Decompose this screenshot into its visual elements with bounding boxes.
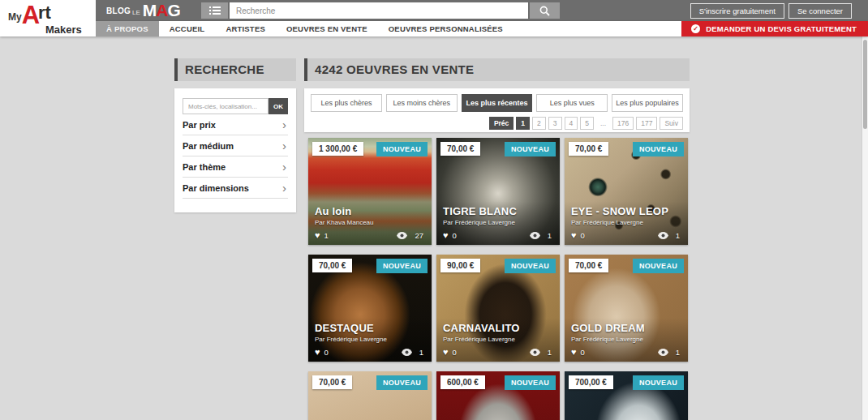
artwork-title: CARNAVALITO bbox=[443, 322, 553, 334]
nav-item-artistes[interactable]: ARTISTES bbox=[215, 21, 276, 36]
views-count: 27 bbox=[415, 231, 423, 240]
ok-button[interactable]: OK bbox=[269, 98, 288, 114]
page-4[interactable]: 4 bbox=[565, 117, 578, 130]
nav-item-a-propos[interactable]: À PROPOS bbox=[96, 21, 159, 36]
likes-count: 0 bbox=[324, 348, 329, 357]
views: 1 bbox=[530, 348, 552, 357]
artwork-artist[interactable]: Par Khava Manceau bbox=[315, 219, 425, 226]
artwork-artist[interactable]: Par Frédérique Lavergne bbox=[443, 336, 553, 343]
sort-plus-populaires[interactable]: Les plus populaires bbox=[612, 94, 683, 112]
search-input[interactable] bbox=[230, 2, 528, 19]
artwork-artist[interactable]: Par Frédérique Lavergne bbox=[315, 336, 425, 343]
likes[interactable]: ♥1 bbox=[315, 231, 329, 240]
likes[interactable]: ♥0 bbox=[571, 231, 585, 240]
page-5[interactable]: 5 bbox=[580, 117, 594, 130]
artwork-card[interactable]: 70,00 € NOUVEAU TIGRE BLANC Par Frédériq… bbox=[436, 138, 560, 245]
scrollbar[interactable] bbox=[862, 36, 868, 420]
filter-par-dimensions[interactable]: Par dimensions › bbox=[183, 178, 288, 199]
page-177[interactable]: 177 bbox=[636, 117, 657, 130]
filter-par-medium[interactable]: Par médium › bbox=[183, 135, 288, 156]
devis-label: DEMANDER UN DEVIS GRATUITEMENT bbox=[706, 24, 857, 33]
artwork-card[interactable]: 70,00 € NOUVEAU GOLD DREAM Par Frédériqu… bbox=[565, 255, 688, 362]
artwork-card[interactable]: 70,00 € NOUVEAU EYE - SNOW LEOP Par Fréd… bbox=[565, 138, 688, 245]
artwork-card[interactable]: 90,00 € NOUVEAU CARNAVALITO Par Frédériq… bbox=[436, 255, 560, 362]
card-stats: ♥0 1 bbox=[443, 348, 553, 357]
chevron-right-icon: › bbox=[282, 118, 286, 131]
filter-par-prix[interactable]: Par prix › bbox=[183, 114, 288, 135]
price-tag: 600,00 € bbox=[440, 375, 485, 389]
artwork-artist[interactable]: Par Frédérique Lavergne bbox=[571, 219, 681, 226]
check-circle-icon: ✓ bbox=[691, 24, 700, 33]
sort-moins-cheres[interactable]: Les moins chères bbox=[386, 94, 458, 112]
filter-label: Par médium bbox=[183, 141, 234, 151]
card-stats: ♥0 1 bbox=[571, 231, 681, 240]
new-badge: NOUVEAU bbox=[505, 259, 556, 273]
filter-label: Par dimensions bbox=[183, 183, 249, 193]
artwork-card[interactable]: 700,00 € NOUVEAU bbox=[565, 371, 688, 420]
eye-icon bbox=[530, 349, 540, 356]
views: 1 bbox=[658, 348, 680, 357]
artwork-card[interactable]: 70,00 € NOUVEAU DESTAQUE Par Frédérique … bbox=[308, 255, 432, 362]
nav-item-oeuvres-en-vente[interactable]: OEUVRES EN VENTE bbox=[276, 21, 378, 36]
price-tag: 70,00 € bbox=[312, 259, 352, 272]
page-prev[interactable]: Préc bbox=[489, 117, 513, 130]
views: 27 bbox=[397, 231, 423, 240]
heart-icon: ♥ bbox=[571, 348, 577, 357]
likes[interactable]: ♥0 bbox=[315, 348, 329, 357]
artwork-card[interactable]: 70,00 € NOUVEAU bbox=[308, 371, 432, 420]
price-tag: 70,00 € bbox=[569, 259, 608, 272]
advanced-search-button[interactable] bbox=[201, 2, 228, 19]
eye-icon bbox=[658, 349, 668, 356]
logo[interactable]: MyArt Makers bbox=[0, 0, 96, 36]
likes[interactable]: ♥0 bbox=[443, 231, 457, 240]
scrollbar-thumb[interactable] bbox=[863, 40, 867, 129]
card-meta: CARNAVALITO Par Frédérique Lavergne ♥0 1 bbox=[436, 318, 560, 362]
price-tag: 700,00 € bbox=[569, 375, 613, 389]
artwork-artist[interactable]: Par Frédérique Lavergne bbox=[443, 219, 553, 226]
artwork-title: GOLD DREAM bbox=[571, 322, 681, 334]
pagination-ellipsis: ... bbox=[596, 118, 610, 129]
eye-icon bbox=[658, 232, 668, 239]
artwork-title: DESTAQUE bbox=[315, 322, 425, 334]
views-count: 1 bbox=[419, 348, 423, 357]
artwork-card[interactable]: 1 300,00 € NOUVEAU Au loin Par Khava Man… bbox=[308, 138, 432, 245]
page-176[interactable]: 176 bbox=[612, 117, 634, 130]
sort-plus-cheres[interactable]: Les plus chères bbox=[311, 94, 382, 112]
lemag-a: A bbox=[156, 1, 167, 19]
filter-label: Par prix bbox=[183, 120, 216, 130]
login-button[interactable]: Se connecter bbox=[789, 3, 852, 19]
artwork-title: TIGRE BLANC bbox=[443, 205, 553, 217]
nav-item-oeuvres-personnalisees[interactable]: OEUVRES PERSONNALISÉES bbox=[378, 21, 513, 36]
lemag-le: LE bbox=[132, 9, 140, 16]
artwork-card[interactable]: 600,00 € NOUVEAU bbox=[436, 371, 560, 420]
page-2[interactable]: 2 bbox=[532, 117, 546, 130]
views-count: 1 bbox=[548, 231, 552, 240]
signup-button[interactable]: S'inscrire gratuitement bbox=[690, 3, 784, 19]
devis-button[interactable]: ✓ DEMANDER UN DEVIS GRATUITEMENT bbox=[681, 21, 868, 36]
lemag-link[interactable]: LE MAG bbox=[132, 1, 180, 20]
new-badge: NOUVEAU bbox=[376, 375, 428, 390]
blog-link[interactable]: BLOG bbox=[106, 6, 131, 15]
nav-item-accueil[interactable]: ACCUEIL bbox=[159, 21, 216, 36]
page-next[interactable]: Suiv bbox=[660, 117, 683, 130]
artwork-artist[interactable]: Par Frédérique Lavergne bbox=[571, 336, 681, 343]
filter-label: Par thème bbox=[183, 162, 226, 172]
sort-plus-vues[interactable]: Les plus vues bbox=[536, 94, 608, 112]
new-badge: NOUVEAU bbox=[376, 259, 428, 273]
views-count: 1 bbox=[676, 348, 680, 357]
new-badge: NOUVEAU bbox=[633, 375, 684, 390]
page-1[interactable]: 1 bbox=[516, 117, 530, 130]
page-3[interactable]: 3 bbox=[548, 117, 562, 130]
likes[interactable]: ♥0 bbox=[571, 348, 585, 357]
likes-count: 1 bbox=[324, 231, 329, 240]
sidebar-panel: OK Par prix › Par médium › Par thème › P… bbox=[174, 88, 296, 212]
price-tag: 70,00 € bbox=[440, 142, 480, 156]
filter-par-theme[interactable]: Par thème › bbox=[183, 156, 288, 178]
logo-a: A bbox=[22, 2, 38, 28]
keywords-input[interactable] bbox=[183, 98, 269, 114]
eye-icon bbox=[530, 232, 540, 239]
search-button[interactable] bbox=[530, 2, 560, 19]
likes[interactable]: ♥0 bbox=[443, 348, 457, 357]
sort-plus-recentes[interactable]: Les plus récentes bbox=[462, 94, 533, 112]
sidebar-search: OK bbox=[183, 98, 288, 114]
